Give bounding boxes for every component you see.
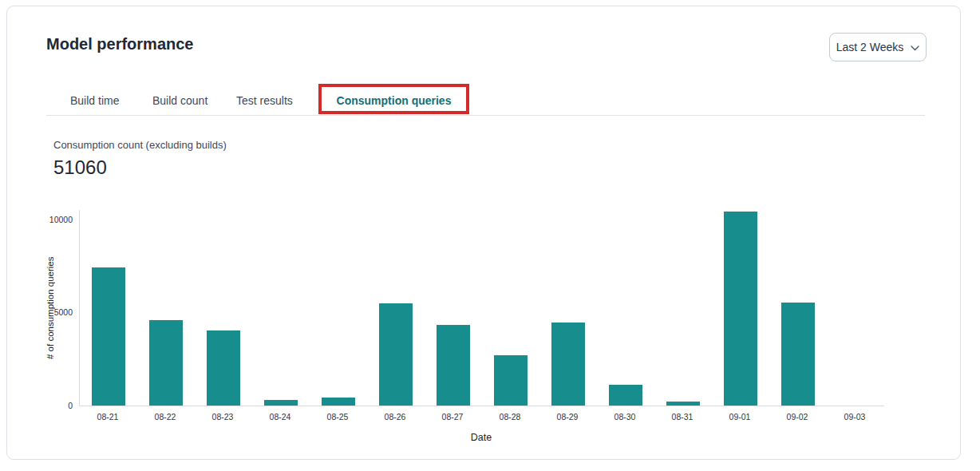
page-title: Model performance [46,34,193,54]
y-tick-label: 0 [68,401,73,410]
x-tick-label: 08-28 [481,412,539,422]
bar-slot [654,210,712,406]
x-tick-label: 09-01 [711,412,769,422]
bar-slot [827,210,884,406]
bar-slot [425,210,482,406]
model-performance-card: Model performance Last 2 Weeks Build tim… [6,6,961,460]
bar-slot [482,210,539,406]
bar-slot [195,210,252,406]
x-axis-title: Date [79,432,883,443]
bar-slot [597,210,654,406]
bar-slot [769,210,827,406]
metric-value: 51060 [53,156,107,179]
metric-label: Consumption count (excluding builds) [53,139,227,151]
y-tick-label: 10000 [49,215,73,224]
x-tick-label: 08-25 [309,412,366,422]
bar-09-02 [781,303,815,406]
x-tick-label: 08-31 [654,412,711,422]
bar-08-24 [264,400,298,406]
x-tick-label: 08-26 [366,412,424,422]
tab-test-results[interactable]: Test results [236,93,293,109]
tab-build-count[interactable]: Build count [152,93,207,109]
bar-09-01 [724,212,757,406]
bar-slot [367,210,425,406]
bar-08-28 [494,355,528,406]
bar-08-31 [666,402,700,406]
x-tick-label: 08-22 [136,412,194,422]
bar-slot [712,210,769,406]
bar-08-26 [379,303,413,406]
x-axis-labels: 08-2108-2208-2308-2408-2508-2608-2708-28… [79,412,883,422]
bar-08-22 [149,320,183,406]
bar-08-25 [322,398,355,406]
bar-slot [80,210,137,406]
tabs-divider [46,115,925,116]
x-tick-label: 08-29 [539,412,596,422]
bar-08-29 [551,323,585,406]
y-axis-ticks: 0500010000 [31,210,76,406]
chevron-down-icon [911,46,919,51]
tab-consumption-queries[interactable]: Consumption queries [318,93,469,109]
bar-08-21 [92,267,125,406]
bar-08-27 [437,325,470,406]
y-tick-label: 5000 [54,307,73,317]
bar-08-30 [609,385,642,406]
x-tick-label: 08-30 [596,412,654,422]
x-tick-label: 08-24 [251,412,309,422]
x-tick-label: 09-02 [769,412,826,422]
date-range-value: Last 2 Weeks [836,41,904,53]
date-range-select[interactable]: Last 2 Weeks [829,33,927,61]
bar-slot [539,210,597,406]
x-tick-label: 09-03 [826,412,883,422]
x-tick-label: 08-27 [424,412,481,422]
plot-area [79,210,884,406]
bar-08-23 [207,330,240,406]
tab-build-time[interactable]: Build time [70,93,119,109]
bar-slot [252,210,310,406]
x-tick-label: 08-21 [79,412,136,422]
bar-slot [137,210,195,406]
x-tick-label: 08-23 [194,412,251,422]
bar-slot [310,210,367,406]
